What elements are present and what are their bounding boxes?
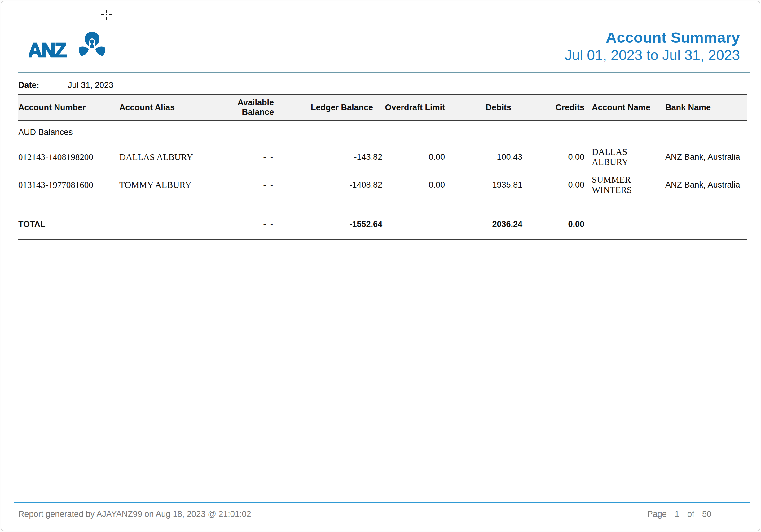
cell-account-name: DALLAS ALBURY bbox=[592, 147, 665, 167]
cell-account-name: SUMMER WINTERS bbox=[592, 175, 665, 195]
total-credits: 0.00 bbox=[524, 220, 592, 229]
cell-overdraft-limit: 0.00 bbox=[384, 180, 447, 190]
column-header-account-alias: Account Alias bbox=[119, 103, 206, 112]
report-date-range: Jul 01, 2023 to Jul 31, 2023 bbox=[565, 46, 740, 64]
page-label: Page bbox=[647, 509, 667, 519]
table-row: 012143-1408198200 DALLAS ALBURY - - -143… bbox=[18, 147, 747, 160]
table-total-row: TOTAL - - -1552.64 2036.24 0.00 bbox=[18, 217, 747, 231]
cell-credits: 0.00 bbox=[524, 180, 592, 190]
date-value: Jul 31, 2023 bbox=[68, 80, 113, 90]
page-of-label: of bbox=[687, 509, 694, 519]
cell-account-number: 013143-1977081600 bbox=[18, 180, 119, 190]
page-total: 50 bbox=[702, 509, 711, 519]
column-header-bank-name: Bank Name bbox=[665, 103, 747, 112]
header-divider bbox=[18, 72, 750, 73]
table-row: 013143-1977081600 TOMMY ALBURY - - -1408… bbox=[18, 175, 747, 188]
column-header-account-name: Account Name bbox=[592, 103, 665, 112]
total-available-balance: - - bbox=[206, 220, 276, 229]
total-label: TOTAL bbox=[18, 220, 119, 229]
page-title: Account Summary bbox=[565, 28, 740, 46]
cell-account-alias: TOMMY ALBURY bbox=[119, 180, 206, 190]
table-header-row: Account Number Account Alias Available B… bbox=[18, 94, 747, 121]
cell-account-number: 012143-1408198200 bbox=[18, 152, 119, 162]
page-indicator: Page 1 of 50 bbox=[647, 509, 711, 519]
cell-overdraft-limit: 0.00 bbox=[384, 152, 447, 162]
table-bottom-rule bbox=[18, 239, 747, 240]
crosshair-cursor bbox=[101, 10, 112, 20]
report-generated-text: Report generated by AJAYANZ99 on Aug 18,… bbox=[18, 509, 251, 519]
date-label: Date: bbox=[18, 80, 68, 90]
cell-account-alias: DALLAS ALBURY bbox=[119, 152, 206, 162]
total-debits: 2036.24 bbox=[447, 220, 524, 229]
cell-bank-name: ANZ Bank, Australia bbox=[665, 180, 747, 190]
cell-available-balance: - - bbox=[206, 152, 276, 162]
cell-ledger-balance: -1408.82 bbox=[276, 180, 384, 190]
account-summary-table: Account Number Account Alias Available B… bbox=[18, 94, 747, 240]
cell-debits: 100.43 bbox=[447, 152, 524, 162]
anz-logo: ANZ bbox=[29, 30, 110, 59]
column-header-debits: Debits bbox=[447, 103, 524, 112]
cell-bank-name: ANZ Bank, Australia bbox=[665, 152, 747, 162]
anz-logo-text: ANZ bbox=[29, 39, 66, 59]
page-number: 1 bbox=[674, 509, 679, 519]
anz-logo-icon: ANZ bbox=[29, 30, 110, 59]
column-header-overdraft-limit: Overdraft Limit bbox=[384, 103, 447, 112]
cell-debits: 1935.81 bbox=[447, 180, 524, 190]
account-summary-report-page: ANZ Account Summary Jul 01, 2023 to Jul … bbox=[1, 1, 760, 531]
report-date-row: Date:Jul 31, 2023 bbox=[18, 80, 113, 90]
total-ledger-balance: -1552.64 bbox=[276, 220, 384, 229]
section-label-aud-balances: AUD Balances bbox=[18, 128, 747, 138]
footer-divider bbox=[14, 502, 750, 503]
column-header-credits: Credits bbox=[524, 103, 592, 112]
column-header-account-number: Account Number bbox=[18, 103, 119, 112]
column-header-available-balance: Available Balance bbox=[206, 98, 276, 117]
cell-credits: 0.00 bbox=[524, 152, 592, 162]
column-header-ledger-balance: Ledger Balance bbox=[276, 103, 384, 112]
cell-available-balance: - - bbox=[206, 180, 276, 190]
cell-ledger-balance: -143.82 bbox=[276, 152, 384, 162]
anz-lotus-symbol bbox=[79, 31, 105, 56]
